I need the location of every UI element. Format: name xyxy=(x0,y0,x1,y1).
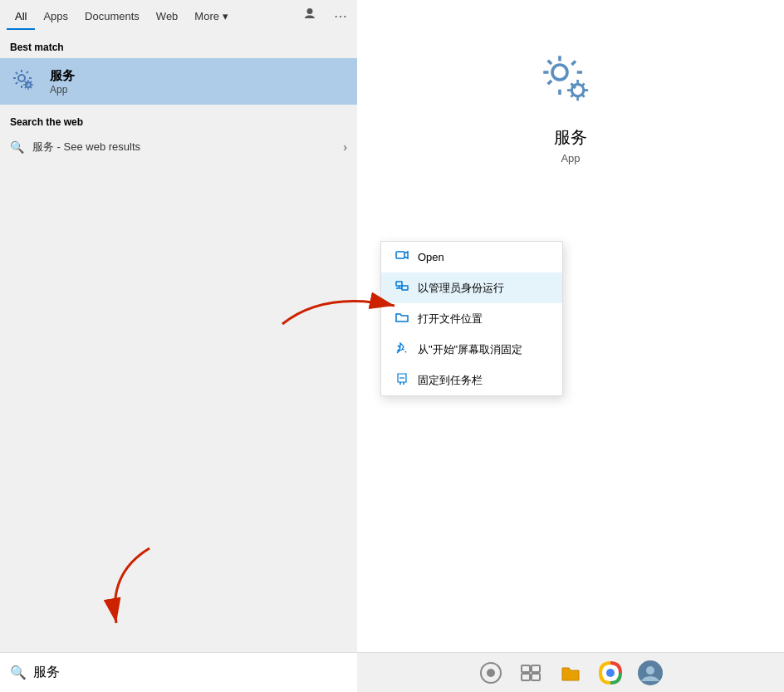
cortana-icon[interactable] xyxy=(476,658,506,688)
tab-icons-group: ⋯ xyxy=(299,3,350,28)
user-avatar-icon[interactable] xyxy=(635,658,665,688)
svg-rect-13 xyxy=(522,674,530,680)
web-result-item[interactable]: 🔍 服务 - See web results › xyxy=(0,133,357,161)
unpin-icon xyxy=(394,341,409,357)
chevron-down-icon: ▾ xyxy=(223,10,228,22)
tab-web[interactable]: Web xyxy=(148,3,187,29)
app-detail-type: App xyxy=(561,152,580,164)
context-admin-label: 以管理员身份运行 xyxy=(418,281,504,296)
admin-icon xyxy=(394,280,409,296)
app-detail-name: 服务 xyxy=(554,126,587,149)
svg-point-2 xyxy=(552,65,567,80)
open-icon xyxy=(394,249,409,265)
tab-bar: All Apps Documents Web More ▾ ⋯ xyxy=(0,0,357,32)
tab-apps[interactable]: Apps xyxy=(35,3,76,29)
tab-all[interactable]: All xyxy=(7,3,35,29)
svg-point-18 xyxy=(646,666,654,675)
tab-documents[interactable]: Documents xyxy=(76,3,148,29)
search-bar: 🔍 xyxy=(0,652,357,692)
search-panel: All Apps Documents Web More ▾ ⋯ Best mat… xyxy=(0,0,357,692)
user-icon[interactable] xyxy=(299,3,321,28)
web-result-left: 🔍 服务 - See web results xyxy=(10,140,140,155)
best-match-app-type: App xyxy=(50,84,75,96)
svg-rect-6 xyxy=(402,286,408,290)
web-result-arrow-icon: › xyxy=(343,140,347,154)
tab-more[interactable]: More ▾ xyxy=(186,3,237,29)
search-web-label: Search the web xyxy=(0,105,357,133)
svg-rect-5 xyxy=(396,282,402,286)
app-detail: 服务 App xyxy=(537,0,604,164)
folder-icon xyxy=(394,311,409,326)
best-match-item[interactable]: 服务 App xyxy=(0,58,357,105)
web-result-text: 服务 - See web results xyxy=(32,140,140,155)
context-location-label: 打开文件位置 xyxy=(418,312,483,326)
context-unpin-label: 从"开始"屏幕取消固定 xyxy=(418,342,522,357)
pin-taskbar-icon xyxy=(394,372,409,388)
best-match-text: 服务 App xyxy=(50,68,75,96)
search-input[interactable] xyxy=(33,665,347,680)
services-app-icon-large xyxy=(537,50,604,116)
context-menu-open[interactable]: Open xyxy=(381,242,562,272)
svg-rect-4 xyxy=(396,252,404,258)
task-view-icon[interactable] xyxy=(516,658,546,688)
taskbar-right xyxy=(357,652,784,692)
search-bar-icon: 🔍 xyxy=(10,665,27,680)
context-pin-label: 固定到任务栏 xyxy=(418,373,483,388)
services-app-icon-small xyxy=(10,66,40,96)
file-explorer-icon[interactable] xyxy=(556,658,586,688)
context-menu: Open 以管理员身份运行 打开文件位置 从"开始"屏幕取消固定 xyxy=(380,241,563,396)
context-menu-pin-taskbar[interactable]: 固定到任务栏 xyxy=(381,365,562,395)
svg-rect-12 xyxy=(532,665,540,672)
svg-point-0 xyxy=(18,75,25,81)
best-match-label: Best match xyxy=(0,32,357,58)
chrome-icon[interactable] xyxy=(595,658,625,688)
svg-rect-11 xyxy=(522,665,530,672)
context-menu-run-as-admin[interactable]: 以管理员身份运行 xyxy=(381,272,562,303)
best-match-app-name: 服务 xyxy=(50,68,75,84)
context-menu-open-location[interactable]: 打开文件位置 xyxy=(381,303,562,334)
context-menu-unpin-start[interactable]: 从"开始"屏幕取消固定 xyxy=(381,334,562,365)
svg-rect-14 xyxy=(532,674,540,680)
svg-point-10 xyxy=(487,669,495,677)
svg-point-16 xyxy=(606,669,615,677)
context-open-label: Open xyxy=(418,251,444,263)
web-search-icon: 🔍 xyxy=(10,140,24,154)
more-options-icon[interactable]: ⋯ xyxy=(331,5,350,27)
